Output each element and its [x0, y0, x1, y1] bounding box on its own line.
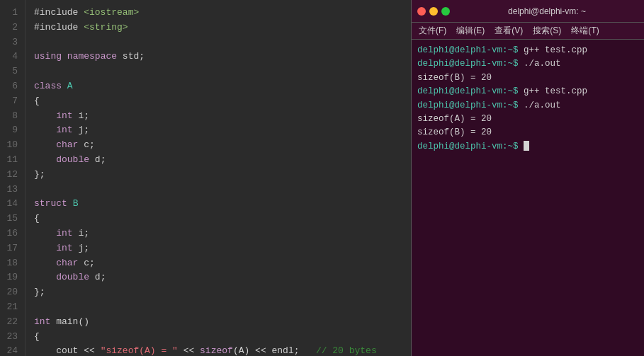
line-number: 12 — [6, 168, 18, 183]
code-line: int i; — [34, 226, 402, 241]
menu-item[interactable]: 搜索(S) — [529, 23, 565, 38]
terminal-line: sizeof(B) = 20 — [417, 71, 638, 85]
line-number: 10 — [6, 138, 18, 153]
line-number: 8 — [6, 109, 18, 124]
code-line: }; — [34, 285, 402, 300]
code-line: int i; — [34, 109, 402, 124]
line-number: 7 — [6, 94, 18, 109]
line-number: 14 — [6, 197, 18, 212]
terminal-body[interactable]: delphi@delphi-vm:~$ g++ test.cppdelphi@d… — [412, 40, 644, 356]
line-number: 5 — [6, 64, 18, 79]
terminal-menubar[interactable]: 文件(F)编辑(E)查看(V)搜索(S)终端(T) — [412, 23, 644, 40]
line-number: 19 — [6, 270, 18, 285]
code-line: char c; — [34, 138, 402, 153]
terminal-line: delphi@delphi-vm:~$ ./a.out — [417, 99, 638, 113]
code-line: { — [34, 94, 402, 109]
line-number: 2 — [6, 21, 18, 35]
line-number: 18 — [6, 256, 18, 271]
code-editor[interactable]: 1234567891011121314151617181920212223242… — [0, 0, 411, 356]
line-numbers: 1234567891011121314151617181920212223242… — [0, 0, 26, 356]
line-number: 13 — [6, 183, 18, 197]
code-line: using namespace std; — [34, 50, 402, 64]
code-line: int j; — [34, 123, 402, 138]
line-number: 11 — [6, 153, 18, 168]
line-number: 17 — [6, 241, 18, 256]
code-line: cout << "sizeof(A) = " << sizeof(A) << e… — [34, 344, 402, 356]
line-number: 4 — [6, 50, 18, 64]
code-line: char c; — [34, 256, 402, 271]
line-number: 3 — [6, 35, 18, 50]
code-line: struct B — [34, 197, 402, 212]
code-line — [34, 35, 402, 50]
code-line: { — [34, 212, 402, 226]
terminal-line: delphi@delphi-vm:~$ g++ test.cpp — [417, 44, 638, 57]
code-line: double d; — [34, 153, 402, 168]
code-line: #include <string> — [34, 21, 402, 35]
line-number: 16 — [6, 226, 18, 241]
line-number: 22 — [6, 315, 18, 330]
menu-item[interactable]: 编辑(E) — [452, 23, 489, 38]
code-line — [34, 300, 402, 315]
code-line: { — [34, 330, 402, 345]
minimize-button[interactable] — [429, 7, 438, 16]
terminal-title: delphi@delphi-vm: ~ — [456, 6, 638, 16]
line-number: 15 — [6, 212, 18, 226]
line-number: 21 — [6, 300, 18, 315]
close-button[interactable] — [417, 7, 426, 16]
terminal-line: sizeof(A) = 20 — [417, 113, 638, 126]
menu-item[interactable]: 文件(F) — [414, 23, 451, 38]
code-line: int main() — [34, 315, 402, 330]
code-line: }; — [34, 168, 402, 183]
line-number: 1 — [6, 6, 18, 21]
line-number: 24 — [6, 344, 18, 356]
code-line: int j; — [34, 241, 402, 256]
line-number: 9 — [6, 123, 18, 138]
line-number: 20 — [6, 285, 18, 300]
terminal-line: sizeof(B) = 20 — [417, 126, 638, 139]
terminal-line: delphi@delphi-vm:~$ — [417, 140, 638, 154]
code-line: class A — [34, 79, 402, 94]
line-number: 23 — [6, 330, 18, 345]
code-content[interactable]: #include <iostream>#include <string> usi… — [26, 0, 411, 356]
code-line: double d; — [34, 270, 402, 285]
terminal-line: delphi@delphi-vm:~$ ./a.out — [417, 57, 638, 71]
menu-item[interactable]: 查看(V) — [490, 23, 527, 38]
traffic-lights — [417, 7, 450, 16]
terminal-panel[interactable]: delphi@delphi-vm: ~ 文件(F)编辑(E)查看(V)搜索(S)… — [411, 0, 644, 356]
code-line: #include <iostream> — [34, 6, 402, 21]
code-line — [34, 183, 402, 197]
terminal-line: delphi@delphi-vm:~$ g++ test.cpp — [417, 85, 638, 98]
code-line — [34, 64, 402, 79]
terminal-titlebar: delphi@delphi-vm: ~ — [412, 0, 644, 23]
maximize-button[interactable] — [441, 7, 450, 16]
menu-item[interactable]: 终端(T) — [567, 23, 603, 38]
line-number: 6 — [6, 79, 18, 94]
